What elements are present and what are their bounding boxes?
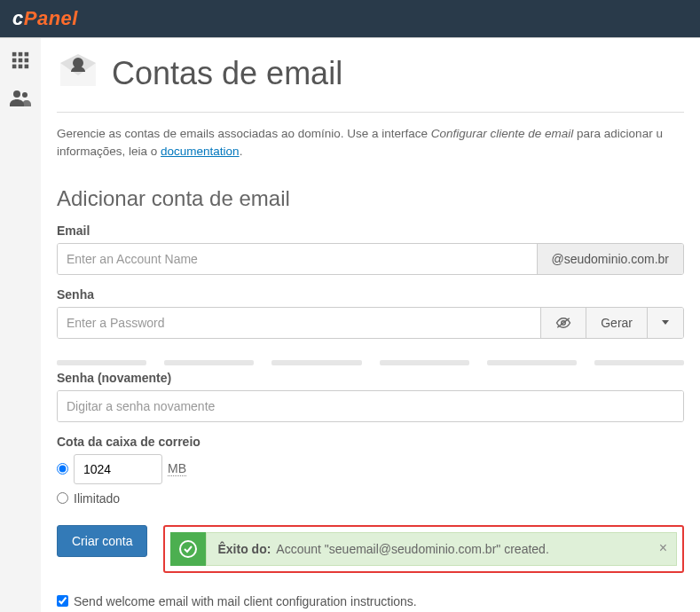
password-field-group: Senha Gerar (41, 287, 700, 351)
password-again-label: Senha (novamente) (57, 371, 684, 385)
password-label: Senha (57, 287, 684, 302)
desc-period: . (240, 145, 243, 158)
quota-unlimited-label: Ilimitado (74, 491, 120, 506)
strength-seg-2 (164, 360, 254, 365)
create-account-button[interactable]: Criar conta (57, 525, 147, 557)
alert-body: Êxito do: Account "seuemail@seudominio.c… (206, 532, 677, 566)
password-again-input-group (57, 390, 684, 422)
apps-grid-icon[interactable] (11, 51, 30, 73)
svg-rect-2 (25, 52, 29, 57)
top-bar: cPanel (0, 0, 700, 37)
success-alert: Êxito do: Account "seuemail@seudominio.c… (163, 525, 684, 573)
create-row: Criar conta Êxito do: Account "seuemail@… (41, 525, 700, 573)
password-again-field-group: Senha (novamente) (41, 371, 700, 435)
quota-unit: MB (168, 461, 186, 476)
checkmark-circle-icon (179, 540, 197, 558)
page-header: Contas de email (41, 38, 700, 112)
email-accounts-icon (57, 51, 99, 96)
welcome-email-label: Send welcome email with mail client conf… (74, 594, 417, 608)
quota-field-group: Cota da caixa de correio MB Ilimitado (41, 435, 700, 525)
chevron-down-icon (662, 320, 669, 325)
password-dropdown-toggle[interactable] (647, 308, 683, 338)
documentation-link[interactable]: documentation (161, 145, 240, 158)
eye-slash-icon (555, 317, 571, 329)
strength-seg-5 (487, 360, 577, 365)
desc-em: Configurar cliente de email (431, 127, 574, 140)
svg-point-10 (22, 92, 28, 98)
svg-rect-8 (25, 65, 29, 69)
quota-label: Cota da caixa de correio (57, 435, 684, 449)
close-icon: × (659, 540, 667, 555)
alert-message: Account "seuemail@seudominio.com.br" cre… (276, 542, 548, 556)
svg-rect-1 (19, 52, 23, 57)
divider-top (57, 112, 684, 113)
add-account-heading: Adicionar conta de email (41, 161, 700, 224)
svg-point-14 (180, 541, 196, 557)
email-input[interactable] (58, 244, 537, 274)
strength-seg-4 (380, 360, 469, 365)
quota-unlimited-radio[interactable] (57, 492, 68, 504)
strength-seg-1 (57, 360, 146, 365)
quota-unlimited-row: Ilimitado (57, 491, 684, 506)
email-input-group: @seudominio.com.br (57, 243, 684, 275)
desc-suffix2: informações, leia o (57, 145, 161, 158)
success-icon-col (170, 532, 206, 566)
toggle-visibility-button[interactable] (540, 308, 586, 338)
alert-close-button[interactable]: × (659, 540, 667, 556)
welcome-email-checkbox[interactable] (57, 595, 68, 607)
email-field-group: Email @seudominio.com.br (41, 224, 700, 287)
welcome-email-row: Send welcome email with mail client conf… (41, 573, 700, 608)
users-icon[interactable] (10, 89, 31, 109)
svg-rect-5 (25, 59, 29, 63)
svg-rect-0 (12, 52, 17, 57)
svg-rect-7 (19, 65, 23, 69)
password-input[interactable] (58, 308, 540, 338)
logo-c: c (12, 7, 24, 29)
password-again-input[interactable] (58, 391, 683, 421)
quota-sized-radio[interactable] (57, 463, 68, 475)
password-strength-meter (41, 351, 700, 371)
left-rail (0, 38, 41, 612)
logo-panel: Panel (24, 7, 78, 29)
strength-seg-3 (271, 360, 361, 365)
strength-seg-6 (594, 360, 684, 365)
cpanel-logo: cPanel (12, 7, 78, 30)
svg-rect-4 (19, 59, 23, 63)
generate-password-button[interactable]: Gerar (586, 308, 647, 338)
quota-sized-row: MB (57, 454, 684, 484)
desc-prefix: Gerencie as contas de emails associadas … (57, 127, 431, 140)
page-description: Gerencie as contas de emails associadas … (41, 125, 700, 161)
svg-rect-6 (12, 65, 17, 69)
main-wrap: Contas de email Gerencie as contas de em… (0, 37, 700, 612)
svg-rect-3 (12, 59, 17, 63)
page-title: Contas de email (112, 55, 342, 92)
svg-point-9 (13, 90, 20, 98)
password-input-group: Gerar (57, 307, 684, 339)
alert-heading: Êxito do: (217, 542, 271, 556)
email-label: Email (57, 224, 684, 238)
quota-size-input[interactable] (74, 454, 162, 484)
domain-addon: @seudominio.com.br (537, 244, 684, 274)
desc-suffix1: para adicionar u (573, 127, 663, 140)
content: Contas de email Gerencie as contas de em… (41, 38, 700, 612)
